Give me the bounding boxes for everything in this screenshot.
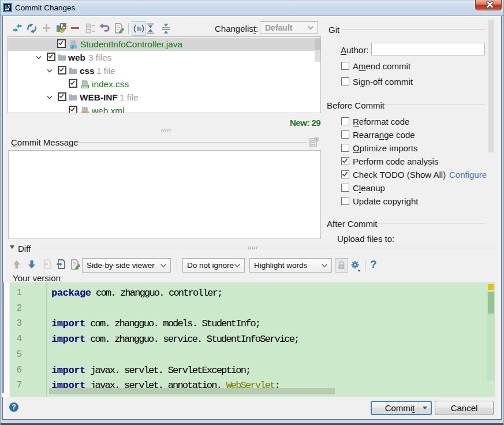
svg-text:J: J [71,44,73,49]
svg-text:<>: <> [83,111,87,114]
svg-text:css: css [82,84,88,88]
